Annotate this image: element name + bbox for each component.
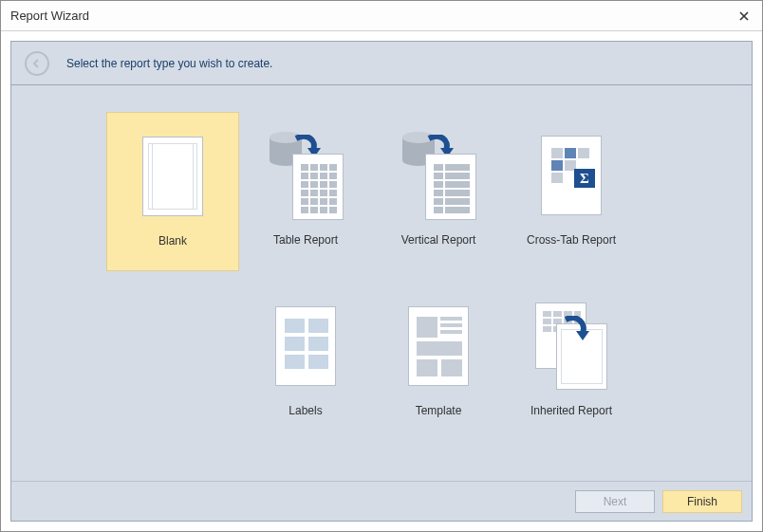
instruction-text: Select the report type you wish to creat…: [66, 57, 272, 70]
table-report-icon: [239, 112, 372, 226]
svg-rect-26: [320, 207, 327, 213]
svg-rect-38: [434, 190, 443, 196]
svg-rect-37: [445, 181, 470, 188]
svg-rect-40: [434, 198, 443, 205]
svg-rect-10: [320, 173, 327, 179]
svg-rect-44: [551, 148, 563, 158]
svg-rect-66: [553, 311, 562, 317]
next-button: Next: [575, 490, 655, 513]
tile-table-report[interactable]: Table Report: [239, 112, 372, 271]
svg-rect-64: [441, 359, 462, 376]
tile-label: Template: [416, 404, 462, 417]
svg-rect-63: [417, 359, 437, 376]
svg-text:Σ: Σ: [580, 171, 589, 186]
svg-rect-5: [310, 164, 318, 171]
svg-rect-39: [445, 190, 470, 196]
svg-rect-35: [445, 173, 470, 179]
svg-rect-7: [329, 164, 337, 171]
svg-rect-21: [310, 198, 318, 205]
svg-rect-47: [551, 160, 563, 171]
svg-rect-45: [565, 148, 576, 158]
svg-rect-17: [310, 190, 318, 196]
svg-rect-57: [308, 355, 328, 369]
svg-rect-19: [329, 190, 337, 196]
svg-rect-14: [320, 181, 327, 188]
svg-rect-6: [320, 164, 327, 171]
svg-rect-20: [301, 198, 308, 205]
svg-rect-59: [440, 317, 462, 321]
report-type-grid: Blank: [106, 112, 752, 453]
svg-rect-33: [445, 164, 470, 171]
wizard-header: Select the report type you wish to creat…: [11, 42, 752, 85]
tile-label: Table Report: [273, 233, 338, 247]
finish-button[interactable]: Finish: [662, 490, 742, 513]
svg-rect-58: [417, 317, 437, 338]
inherited-report-icon: [505, 283, 638, 396]
tile-blank[interactable]: Blank: [106, 112, 239, 271]
svg-rect-9: [310, 173, 318, 179]
svg-rect-73: [543, 326, 551, 332]
svg-rect-55: [308, 337, 328, 351]
svg-rect-16: [301, 190, 308, 196]
wizard-footer: Next Finish: [11, 481, 752, 521]
svg-rect-60: [440, 323, 462, 327]
svg-rect-61: [440, 330, 462, 334]
svg-rect-54: [285, 337, 305, 351]
svg-rect-65: [543, 311, 551, 317]
svg-rect-56: [285, 355, 305, 369]
cross-tab-report-icon: Σ: [505, 112, 638, 226]
svg-rect-4: [301, 164, 308, 171]
svg-rect-18: [320, 190, 327, 196]
tile-template[interactable]: Template: [372, 283, 505, 442]
tile-inherited-report[interactable]: Inherited Report: [505, 283, 638, 442]
client-area: Select the report type you wish to creat…: [1, 31, 762, 531]
wizard-panel: Select the report type you wish to creat…: [10, 41, 753, 522]
template-report-icon: [372, 283, 505, 396]
tile-cross-tab-report[interactable]: Σ Cross-Tab Report: [505, 112, 638, 271]
svg-rect-46: [578, 148, 589, 158]
svg-rect-32: [434, 164, 443, 171]
report-wizard-window: Report Wizard Select the report type you…: [0, 0, 763, 532]
svg-rect-53: [308, 319, 328, 333]
tile-label: Inherited Report: [530, 404, 612, 417]
window-title: Report Wizard: [10, 9, 735, 23]
svg-rect-13: [310, 181, 318, 188]
vertical-report-icon: [372, 112, 505, 226]
back-button: [25, 51, 49, 76]
svg-rect-52: [285, 319, 305, 333]
svg-rect-24: [301, 207, 308, 213]
titlebar: Report Wizard: [1, 1, 762, 31]
tile-label: Cross-Tab Report: [527, 233, 616, 247]
svg-rect-34: [434, 173, 443, 179]
tile-vertical-report[interactable]: Vertical Report: [372, 112, 505, 271]
svg-rect-36: [434, 181, 443, 188]
svg-rect-12: [301, 181, 308, 188]
svg-rect-41: [445, 198, 470, 205]
wizard-content: Blank: [11, 85, 752, 481]
close-icon[interactable]: [735, 9, 753, 24]
svg-rect-69: [543, 319, 551, 324]
svg-rect-49: [551, 173, 563, 183]
labels-report-icon: [239, 283, 372, 396]
svg-rect-11: [329, 173, 337, 179]
svg-rect-25: [310, 207, 318, 213]
svg-rect-23: [329, 198, 337, 205]
svg-rect-8: [301, 173, 308, 179]
svg-rect-42: [434, 207, 443, 213]
svg-rect-15: [329, 181, 337, 188]
svg-rect-43: [445, 207, 470, 213]
svg-rect-22: [320, 198, 327, 205]
svg-rect-62: [417, 341, 462, 356]
svg-rect-27: [329, 207, 337, 213]
tile-label: Blank: [158, 234, 187, 248]
tile-labels[interactable]: Labels: [239, 283, 372, 442]
blank-report-icon: [107, 113, 238, 227]
tile-label: Vertical Report: [401, 233, 476, 247]
tile-label: Labels: [288, 404, 322, 417]
